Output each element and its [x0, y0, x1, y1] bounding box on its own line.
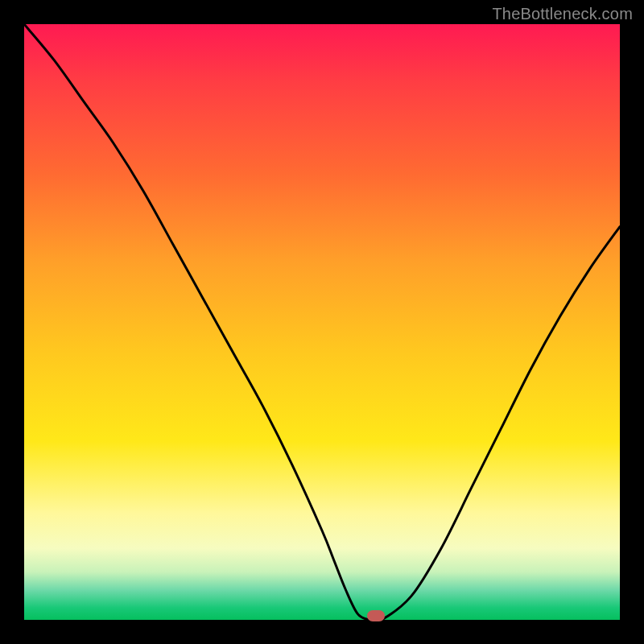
curve-path — [24, 24, 620, 620]
optimum-marker — [367, 610, 385, 621]
bottleneck-curve — [24, 24, 620, 620]
plot-area — [24, 24, 620, 620]
chart-frame: TheBottleneck.com — [0, 0, 644, 644]
watermark-text: TheBottleneck.com — [492, 5, 633, 23]
